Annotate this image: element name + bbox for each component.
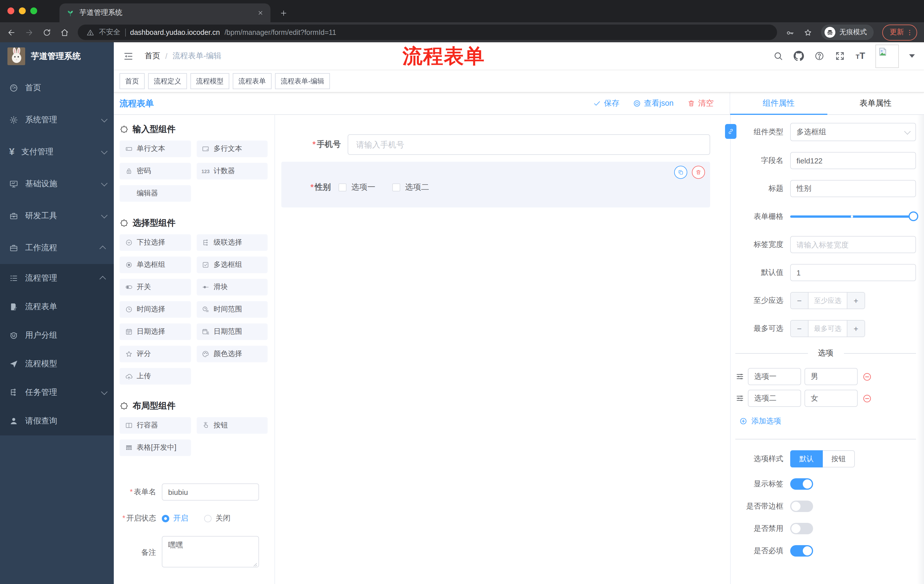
password-key-icon[interactable] — [785, 28, 795, 37]
title-input[interactable] — [790, 180, 916, 197]
option-label-input[interactable] — [748, 390, 801, 407]
slider-thumb[interactable] — [909, 211, 918, 221]
drag-handle-icon[interactable] — [735, 372, 744, 381]
palette-item[interactable]: 行容器 — [119, 417, 191, 434]
sidebar-item[interactable]: 首页 — [0, 72, 114, 104]
tab-component-props[interactable]: 组件属性 — [730, 92, 827, 114]
view-json-button[interactable]: 查看json — [633, 98, 673, 109]
sidebar-subitem[interactable]: 任务管理 — [0, 378, 114, 407]
bookmark-star-icon[interactable] — [804, 28, 812, 37]
view-tag[interactable]: 流程模型 × — [190, 73, 229, 89]
palette-item[interactable]: 单行文本 — [119, 141, 191, 157]
field-name-input[interactable] — [790, 152, 916, 169]
save-button[interactable]: 保存 — [593, 98, 619, 109]
maximize-window-button[interactable] — [30, 7, 37, 14]
palette-item[interactable]: 时间选择 — [119, 301, 191, 318]
min-select-input[interactable] — [808, 293, 847, 309]
palette-item[interactable]: 多选框组 — [196, 257, 267, 273]
back-icon[interactable] — [7, 28, 16, 37]
tab-form-props[interactable]: 表单属性 — [827, 92, 924, 114]
breadcrumb-home[interactable]: 首页 — [145, 51, 160, 61]
toggle-switch[interactable] — [790, 545, 813, 556]
status-on-radio[interactable]: 开启 — [162, 513, 188, 523]
toggle-switch[interactable] — [790, 500, 813, 512]
gender-field-selected[interactable]: *性别 选项一 选项二 — [281, 162, 710, 207]
palette-item[interactable]: 时间范围 — [196, 301, 267, 318]
palette-item[interactable]: 日期范围 — [196, 323, 267, 340]
sidebar-item[interactable]: 基础设施 — [0, 168, 114, 200]
close-window-button[interactable] — [7, 7, 14, 14]
sidebar-subitem[interactable]: 请假查询 — [0, 407, 114, 436]
sidebar-subitem[interactable]: 流程管理 — [0, 264, 114, 293]
forward-icon[interactable] — [25, 28, 34, 37]
palette-item[interactable]: 日期选择 — [119, 323, 191, 340]
palette-item[interactable]: 密码 — [119, 163, 191, 179]
delete-component-button[interactable] — [692, 166, 705, 179]
remove-option-icon[interactable] — [862, 393, 872, 403]
default-value-input[interactable] — [790, 264, 916, 281]
component-type-select[interactable]: 多选框组 — [790, 123, 916, 141]
form-remark-textarea[interactable]: 嘿嘿 — [162, 536, 259, 568]
option-label-input[interactable] — [748, 368, 801, 385]
gender-checkbox-option[interactable]: 选项一 — [339, 182, 375, 192]
insecure-warning-icon[interactable] — [86, 28, 94, 36]
label-width-input[interactable] — [790, 236, 916, 253]
reload-icon[interactable] — [42, 28, 51, 37]
link-tab[interactable] — [725, 124, 736, 139]
stepper-minus-button[interactable]: − — [791, 321, 808, 337]
option-value-input[interactable] — [805, 390, 858, 407]
palette-item[interactable]: 评分 — [119, 346, 191, 362]
palette-item[interactable]: 编辑器 — [119, 185, 191, 202]
search-icon[interactable] — [773, 51, 784, 61]
tab-close-icon[interactable] — [257, 10, 264, 16]
window-controls[interactable] — [7, 7, 37, 14]
toggle-switch[interactable] — [790, 478, 813, 490]
clear-button[interactable]: 清空 — [687, 98, 714, 109]
view-tag[interactable]: 流程表单-编辑 × — [275, 73, 330, 89]
style-default-button[interactable]: 默认 — [790, 450, 823, 467]
view-tag[interactable]: 流程表单 × — [233, 73, 272, 89]
palette-item[interactable]: 按钮 — [196, 417, 267, 434]
palette-item[interactable]: 滑块 — [196, 279, 267, 295]
copy-component-button[interactable] — [674, 166, 687, 179]
palette-item[interactable]: 123 计数器 — [196, 163, 267, 179]
remove-option-icon[interactable] — [862, 372, 872, 382]
avatar-caret-icon[interactable] — [909, 54, 915, 58]
new-tab-button[interactable] — [280, 9, 288, 17]
palette-item[interactable]: 级联选择 — [196, 234, 267, 251]
phone-input[interactable] — [348, 134, 710, 155]
palette-item[interactable]: 多行文本 — [196, 141, 267, 157]
sidebar-collapse-icon[interactable] — [123, 51, 134, 61]
phone-field[interactable]: *手机号 — [275, 134, 710, 155]
option-value-input[interactable] — [805, 368, 858, 385]
minimize-window-button[interactable] — [19, 7, 26, 14]
sidebar-subitem[interactable]: 流程表单 — [0, 293, 114, 321]
resize-handle-icon[interactable] — [252, 562, 257, 567]
palette-item[interactable]: 表格[开发中] — [119, 439, 191, 456]
home-icon[interactable] — [60, 28, 69, 37]
font-size-icon[interactable]: TT — [856, 51, 865, 61]
palette-item[interactable]: 单选框组 — [119, 257, 191, 273]
max-select-input[interactable] — [808, 321, 847, 337]
sidebar-subitem[interactable]: 流程模型 — [0, 350, 114, 378]
fullscreen-icon[interactable] — [835, 51, 845, 61]
sidebar-item[interactable]: 系统管理 — [0, 104, 114, 136]
browser-tab[interactable]: 芋道管理系统 — [59, 3, 271, 22]
form-name-input[interactable] — [162, 484, 259, 500]
drag-handle-icon[interactable] — [735, 394, 744, 403]
github-icon[interactable] — [794, 51, 804, 61]
status-off-radio[interactable]: 关闭 — [204, 513, 231, 523]
address-bar[interactable]: 不安全 dashboard.yudao.iocoder.cn/bpm/manag… — [78, 25, 777, 40]
user-avatar[interactable] — [875, 44, 899, 68]
toggle-switch[interactable] — [790, 523, 813, 534]
sidebar-subitem[interactable]: 用户分组 — [0, 321, 114, 350]
palette-item[interactable]: 颜色选择 — [196, 346, 267, 362]
view-tag[interactable]: 首页 × — [119, 73, 145, 89]
palette-item[interactable]: 上传 — [119, 368, 191, 385]
style-button-button[interactable]: 按钮 — [823, 450, 855, 467]
browser-menu-dots-icon[interactable] — [906, 28, 914, 36]
stepper-plus-button[interactable]: + — [847, 293, 865, 309]
sidebar-item[interactable]: ¥ 支付管理 — [0, 136, 114, 168]
form-grid-slider[interactable] — [790, 208, 916, 225]
stepper-plus-button[interactable]: + — [847, 321, 865, 337]
